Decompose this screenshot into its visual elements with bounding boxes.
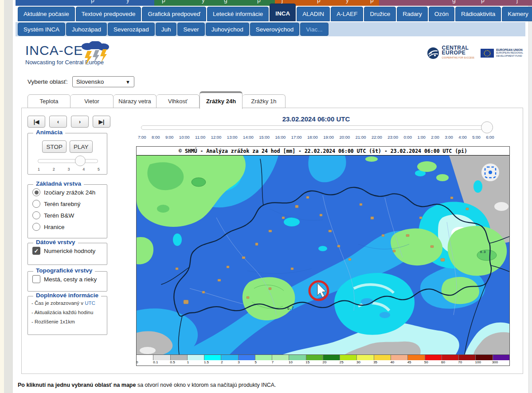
nav-tab-aktu-lne-po-asie[interactable]: Aktuálne počasie	[18, 7, 75, 21]
step-first-button[interactable]: |◀	[27, 116, 45, 128]
time-slider-handle[interactable]	[481, 121, 493, 133]
animation-group: Animácia STOP PLAY 12345	[27, 133, 107, 175]
colorbar-tick-5: 5	[255, 360, 257, 364]
time-tick-16-00: 16:00	[275, 135, 286, 140]
nav-tab-textov-predpovede[interactable]: Textové predpovede	[76, 7, 141, 21]
colorbar-cell-60	[442, 355, 459, 360]
subnav-tab-juhoz-pad[interactable]: Juhozápad	[66, 23, 107, 36]
radio-ter-n-farebn[interactable]: Terén farebný	[32, 200, 107, 208]
nav-tab-radary[interactable]: Radary	[397, 7, 428, 21]
checkbox-icon[interactable]: ✓	[32, 247, 40, 255]
page-scrollbar-gutter[interactable]	[528, 0, 532, 393]
nav-tab-grafick-predpove[interactable]: Grafická predpoveď	[142, 7, 206, 21]
time-tick-7-00: 7:00	[138, 135, 146, 140]
colorbar-cell-1.5	[204, 355, 221, 360]
product-tab-bar: TeplotaVietorNárazy vetraVlhkosťZrážky 2…	[27, 94, 286, 112]
radio-button-icon[interactable]	[32, 200, 40, 208]
subnav-tab-sever[interactable]: Sever	[177, 23, 204, 36]
speed-label-3: 3	[67, 167, 70, 171]
menu-text-fragment: p	[481, 0, 485, 4]
speed-slider-handle[interactable]	[75, 156, 86, 166]
menu-text-fragment: j	[282, 0, 283, 4]
colorbar-tick-45: 45	[407, 360, 411, 364]
colorbar-cell-3	[239, 355, 255, 360]
eu-logo: EUROPEAN UNION EUROPEAN REGIONAL DEVELOP…	[481, 49, 523, 58]
radio-button-icon[interactable]	[32, 223, 40, 231]
colorbar-cell-300	[493, 355, 509, 360]
tab-zr-ky-24h[interactable]: Zrážky 24h	[200, 91, 243, 109]
time-tick-2-00: 2:00	[431, 135, 439, 140]
radio-izo-iary-zr-ok-24h[interactable]: Izočiary zrážok 24h	[32, 188, 107, 196]
play-button[interactable]: PLAY	[70, 140, 93, 153]
checkbox-numerick-hodnoty[interactable]: ✓Numerické hodnoty	[32, 247, 107, 255]
colorbar-cell-7	[272, 355, 289, 360]
menu-text-fragment: p	[317, 0, 321, 4]
colorbar-tick-30: 30	[356, 360, 360, 364]
tab-vietor[interactable]: Vietor	[70, 94, 113, 108]
nav-tab-aladin[interactable]: ALADIN	[297, 7, 330, 21]
time-tick-12-00: 12:00	[211, 135, 222, 140]
time-tick-23-00: 23:00	[387, 135, 398, 140]
inca-ce-logo: INCA-CE Nowcasting for Central Europe	[25, 43, 104, 66]
step-back-button[interactable]: ‹	[49, 116, 67, 128]
step-last-button[interactable]: ▶|	[93, 116, 110, 128]
time-slider-track[interactable]	[141, 125, 491, 130]
region-nav-row: Systém INCAJuhozápadSeverozápadJuhSeverJ…	[18, 23, 329, 36]
stop-button[interactable]: STOP	[42, 140, 66, 153]
menu-text-fragment: g	[452, 0, 456, 4]
radio-button-icon[interactable]	[32, 211, 40, 219]
colorbar-cell-10	[289, 355, 306, 360]
time-tick-9-00: 9:00	[165, 135, 174, 140]
colorbar-tick-0: 0	[136, 360, 138, 364]
nav-tab-a-laef[interactable]: A-LAEF	[331, 7, 363, 21]
time-tick-8-00: 8:00	[152, 135, 160, 140]
central-europe-tagline: COOPERATING FOR SUCCESS	[442, 55, 475, 60]
footer-note: Po kliknutí na jednu vybranú oblasť na m…	[18, 382, 276, 388]
subnav-tab-viac[interactable]: Viac...	[300, 23, 328, 36]
checkbox-icon[interactable]	[32, 275, 40, 283]
precipitation-map[interactable]: © SHMÚ - Analýza zrážok za 24 hod [mm] -…	[136, 146, 510, 366]
radio-ter-n-b-w[interactable]: Terén B&W	[32, 211, 107, 219]
menu-text-fragment: p	[370, 0, 374, 4]
capture-icon[interactable]	[481, 163, 499, 181]
nav-tab-oz-n[interactable]: Ozón	[429, 7, 454, 21]
region-select[interactable]: Slovensko ▼	[72, 76, 134, 87]
map-station-label: B.D	[480, 250, 486, 254]
menu-text-fragment: p	[162, 0, 165, 4]
subnav-tab-juh[interactable]: Juh	[156, 23, 177, 36]
colorbar-tick-1: 1	[187, 360, 189, 364]
subnav-tab-severoz-pad[interactable]: Severozápad	[108, 23, 155, 36]
info-line: - Rozlíšenie 1x1km	[31, 319, 107, 324]
step-forward-button[interactable]: ›	[71, 116, 89, 128]
colorbar-cell-45	[408, 355, 425, 360]
checkbox-label: Mestá, cesty a rieky	[44, 276, 97, 283]
subnav-tab-syst-m-inca[interactable]: Systém INCA	[18, 23, 65, 36]
tab-teplota[interactable]: Teplota	[27, 94, 70, 108]
checkbox-mest-cesty-a-rieky[interactable]: Mestá, cesty a rieky	[32, 275, 107, 283]
nav-tab-inca[interactable]: INCA	[270, 4, 296, 21]
map-title: © SHMÚ - Analýza zrážok za 24 hod [mm] -…	[137, 147, 509, 156]
tab-zr-ky-1h[interactable]: Zrážky 1h	[243, 94, 286, 108]
colorbar-tick-60: 60	[441, 360, 445, 364]
radio-hranice[interactable]: Hranice	[32, 223, 107, 231]
time-tick-18-00: 18:00	[307, 135, 318, 140]
nav-tab-dru-ice[interactable]: Družice	[364, 7, 396, 21]
footer-note-rest: sa otvorí nové okno v ktorom sa načítajú…	[136, 382, 276, 388]
colorbar-tick-3: 3	[238, 360, 239, 364]
map-canvas[interactable]: 6.7 B.D	[137, 156, 509, 354]
utc-link[interactable]: UTC	[85, 300, 95, 306]
speed-slider-track[interactable]	[38, 159, 98, 163]
speed-label-2: 2	[53, 167, 55, 171]
nav-tab-leteck-inform-cie[interactable]: Letecké informácie	[207, 7, 269, 21]
tab-vlhkos[interactable]: Vlhkosť	[156, 94, 200, 108]
colorbar-cell-15	[306, 355, 323, 360]
colorbar-tick-0.1: 0.1	[153, 360, 158, 364]
page-left-gutter	[4, 0, 13, 393]
nav-tab-kamery[interactable]: Kamery	[502, 7, 532, 21]
colorbar-cell-0.1	[153, 355, 170, 360]
radio-button-icon[interactable]	[32, 188, 40, 196]
nav-tab-r-dioaktivita[interactable]: Rádioaktivita	[455, 7, 501, 21]
subnav-tab-severov-chod[interactable]: Severovýchod	[250, 23, 300, 36]
tab-n-razy-vetra[interactable]: Nárazy vetra	[113, 94, 156, 108]
subnav-tab-juhov-chod[interactable]: Juhovýchod	[206, 23, 249, 36]
